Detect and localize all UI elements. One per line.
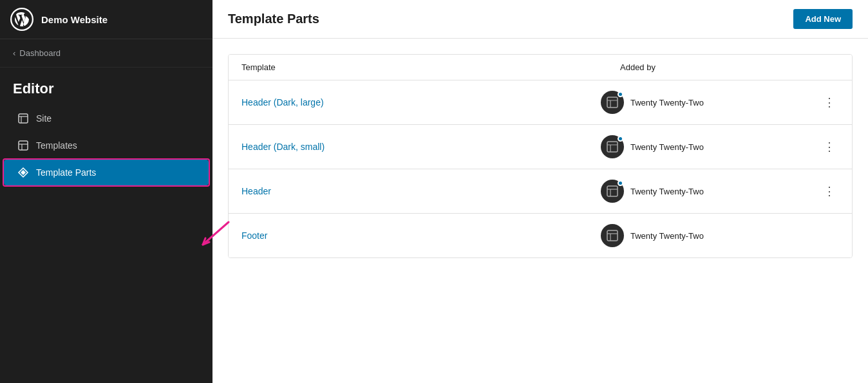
sidebar-wrapper: Demo Website ‹ Dashboard Editor Site [0, 0, 212, 383]
sidebar-item-templates[interactable]: Templates [4, 133, 209, 158]
added-by-cell: Twenty Twenty-Two [601, 135, 820, 158]
sidebar: Demo Website ‹ Dashboard Editor Site [0, 0, 212, 383]
editor-label: Editor [0, 68, 212, 105]
chevron-left-icon: ‹ [13, 48, 15, 58]
main-header: Template Parts Add New [212, 0, 868, 39]
theme-name: Twenty Twenty-Two [630, 231, 704, 241]
sidebar-header: Demo Website [0, 0, 212, 39]
dashboard-link[interactable]: ‹ Dashboard [0, 39, 212, 68]
template-name-link[interactable]: Header [241, 186, 601, 196]
more-actions-button[interactable]: ⋮ [821, 182, 838, 201]
theme-name: Twenty Twenty-Two [630, 98, 704, 107]
home-icon [17, 112, 30, 125]
theme-icon [606, 185, 619, 198]
theme-avatar [601, 180, 624, 203]
more-actions-button[interactable]: ⋮ [821, 93, 838, 112]
svg-rect-1 [19, 114, 28, 123]
theme-icon [606, 229, 619, 242]
avatar-dot [618, 91, 623, 97]
sidebar-templates-label: Templates [36, 140, 77, 151]
more-actions-button[interactable]: ⋮ [821, 137, 838, 156]
theme-name: Twenty Twenty-Two [630, 142, 704, 152]
template-name-link[interactable]: Header (Dark, large) [241, 97, 601, 107]
table-row: Header Twenty Twenty-Two ⋮ [229, 169, 852, 214]
sidebar-nav: Site Templates [0, 105, 212, 186]
sidebar-item-template-parts[interactable]: Template Parts [4, 160, 209, 185]
wordpress-logo [10, 8, 33, 31]
avatar-dot [618, 180, 623, 186]
svg-rect-6 [607, 230, 618, 241]
layout-icon [17, 139, 30, 152]
col-added-by-header: Added by [620, 62, 839, 72]
theme-name: Twenty Twenty-Two [630, 187, 704, 196]
table-row: Header (Dark, large) Twenty Twenty-Two ⋮ [229, 80, 852, 125]
table-row: Footer Twenty Twenty-Two [229, 214, 852, 257]
avatar-dot [618, 136, 623, 142]
added-by-cell: Twenty Twenty-Two [601, 224, 820, 247]
sidebar-item-site[interactable]: Site [4, 106, 209, 131]
site-name: Demo Website [41, 14, 108, 25]
main-content: Template Parts Add New Template Added by… [212, 0, 868, 383]
svg-rect-3 [607, 97, 618, 107]
svg-rect-2 [19, 141, 28, 150]
template-table: Template Added by Header (Dark, large) [228, 54, 853, 258]
svg-rect-5 [607, 186, 618, 196]
content-area: Template Added by Header (Dark, large) [212, 39, 868, 274]
theme-avatar [601, 135, 624, 158]
page-title: Template Parts [228, 12, 319, 26]
add-new-button[interactable]: Add New [793, 9, 853, 29]
row-actions: ⋮ [820, 137, 839, 156]
row-actions: ⋮ [820, 93, 839, 112]
theme-icon [606, 96, 619, 109]
sidebar-site-label: Site [36, 113, 52, 124]
theme-avatar [601, 224, 624, 247]
theme-icon [606, 140, 619, 153]
row-actions: ⋮ [820, 182, 839, 201]
table-header: Template Added by [229, 55, 852, 80]
added-by-cell: Twenty Twenty-Two [601, 180, 820, 203]
template-name-link[interactable]: Header (Dark, small) [241, 142, 601, 152]
added-by-cell: Twenty Twenty-Two [601, 91, 820, 114]
col-template-header: Template [241, 62, 620, 72]
diamond-icon [17, 166, 30, 179]
theme-avatar [601, 91, 624, 114]
table-row: Header (Dark, small) Twenty Twenty-Two ⋮ [229, 125, 852, 169]
sidebar-template-parts-label: Template Parts [36, 167, 96, 178]
svg-rect-4 [607, 142, 618, 152]
dashboard-label: Dashboard [19, 48, 61, 58]
template-name-link[interactable]: Footer [241, 230, 601, 241]
